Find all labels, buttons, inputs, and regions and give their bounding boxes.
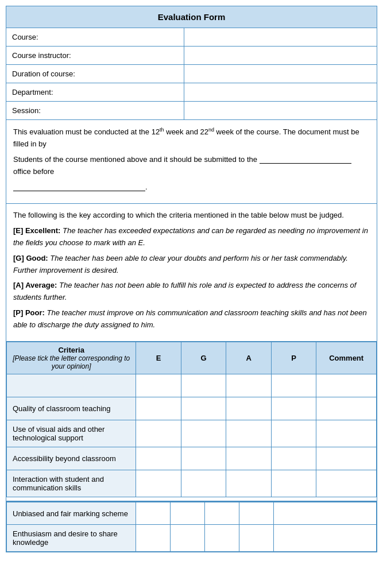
data-cell-a-enthusiasm[interactable] [205, 525, 239, 552]
data-cell-e-enthusiasm[interactable] [136, 525, 171, 552]
data-cell-e-marking[interactable] [136, 502, 171, 525]
criteria-blank-row [7, 374, 136, 397]
data-cell-g-marking[interactable] [171, 502, 205, 525]
comment-cell-blank[interactable] [316, 374, 377, 397]
department-value[interactable] [184, 83, 377, 101]
info-fields: Course: Course instructor: Duration of c… [6, 28, 377, 120]
session-value[interactable] [184, 102, 377, 119]
data-cell-a-marking[interactable] [205, 502, 239, 525]
table-row: Unbiased and fair marking scheme [7, 502, 377, 525]
blank-date [13, 191, 145, 191]
criteria-marking: Unbiased and fair marking scheme [7, 502, 136, 525]
data-cell-g-access[interactable] [181, 447, 226, 470]
data-cell-e-quality[interactable] [136, 397, 181, 420]
col-header-g: G [181, 342, 226, 374]
table-row: Interaction with student and communicati… [7, 470, 377, 497]
instructor-label: Course instructor: [6, 47, 184, 64]
criteria-accessibility: Accessibility beyond classroom [7, 447, 136, 470]
col-header-comment: Comment [316, 342, 377, 374]
data-cell-p-visual[interactable] [271, 420, 316, 447]
data-cell-a-blank[interactable] [226, 374, 271, 397]
data-cell-p-interaction[interactable] [271, 470, 316, 497]
comment-cell-interaction[interactable] [316, 470, 377, 497]
data-cell-p-access[interactable] [271, 447, 316, 470]
key-a-text: The teacher has not been able to fulfill… [13, 281, 356, 301]
key-poor: [P] Poor: The teacher must improve on hi… [13, 307, 370, 331]
data-cell-a-quality[interactable] [226, 397, 271, 420]
session-row: Session: [6, 102, 377, 120]
key-title: The following is the key according to wh… [13, 210, 370, 222]
criteria-interaction: Interaction with student and communicati… [7, 470, 136, 497]
criteria-quality: Quality of classroom teaching [7, 397, 136, 420]
comment-cell-visual[interactable] [316, 420, 377, 447]
col-header-criteria: Criteria [Please tick the letter corresp… [7, 342, 136, 374]
instruction-line1: This evaluation must be conducted at the… [13, 126, 370, 150]
key-g-text: The teacher has been able to clear your … [13, 254, 348, 274]
data-cell-a-access[interactable] [226, 447, 271, 470]
key-g-code: [G] Good: [13, 254, 48, 262]
session-label: Session: [6, 102, 184, 119]
criteria-table-section2: Unbiased and fair marking scheme Enthusi… [6, 501, 377, 552]
key-p-code: [P] Poor: [13, 308, 45, 317]
data-cell-e-visual[interactable] [136, 420, 181, 447]
col-criteria-label: Criteria [9, 346, 133, 354]
duration-value[interactable] [184, 65, 377, 83]
department-label: Department: [6, 83, 184, 101]
course-label: Course: [6, 28, 184, 46]
course-row: Course: [6, 28, 377, 47]
key-average: [A] Average: The teacher has not been ab… [13, 280, 370, 304]
key-e-code: [E] Excellent: [13, 226, 60, 235]
data-cell-e-access[interactable] [136, 447, 181, 470]
key-excellent: [E] Excellent: The teacher has exceeded … [13, 225, 370, 249]
evaluation-form: Evaluation Form Course: Course instructo… [6, 6, 377, 552]
criteria-visual-aids: Use of visual aids and other technologic… [7, 420, 136, 447]
data-cell-g-enthusiasm[interactable] [171, 525, 205, 552]
form-title: Evaluation Form [6, 6, 377, 28]
duration-label: Duration of course: [6, 65, 184, 83]
table-row: Accessibility beyond classroom [7, 447, 377, 470]
comment-cell-enthusiasm[interactable] [274, 525, 377, 552]
key-e-text: The teacher has exceeded expectations an… [13, 226, 368, 247]
duration-row: Duration of course: [6, 65, 377, 83]
data-cell-p-marking[interactable] [239, 502, 274, 525]
key-p-text: The teacher must improve on his communic… [13, 308, 367, 329]
col-criteria-sub: [Please tick the letter corresponding to… [9, 354, 133, 370]
col-header-e: E [136, 342, 181, 374]
course-value[interactable] [184, 28, 377, 46]
comment-cell-quality[interactable] [316, 397, 377, 420]
comment-cell-access[interactable] [316, 447, 377, 470]
criteria-table-section1: Criteria [Please tick the letter corresp… [6, 342, 377, 497]
table-row: Quality of classroom teaching [7, 397, 377, 420]
table-row [7, 374, 377, 397]
data-cell-p-blank[interactable] [271, 374, 316, 397]
criteria-enthusiasm: Enthusiasm and desire to share knowledge [7, 525, 136, 552]
instructor-row: Course instructor: [6, 47, 377, 65]
data-cell-a-visual[interactable] [226, 420, 271, 447]
instruction-line2: Students of the course mentioned above a… [13, 154, 370, 178]
key-a-code: [A] Average: [13, 281, 57, 289]
col-header-a: A [226, 342, 271, 374]
data-cell-a-interaction[interactable] [226, 470, 271, 497]
key-block: The following is the key according to wh… [6, 204, 377, 342]
instructions-block: This evaluation must be conducted at the… [6, 120, 377, 204]
data-cell-g-interaction[interactable] [181, 470, 226, 497]
department-row: Department: [6, 83, 377, 102]
col-header-p: P [271, 342, 316, 374]
data-cell-e-blank[interactable] [136, 374, 181, 397]
instruction-line3: . [13, 181, 370, 194]
data-cell-g-quality[interactable] [181, 397, 226, 420]
table-row: Use of visual aids and other technologic… [7, 420, 377, 447]
table-row: Enthusiasm and desire to share knowledge [7, 525, 377, 552]
data-cell-p-quality[interactable] [271, 397, 316, 420]
key-good: [G] Good: The teacher has been able to c… [13, 253, 370, 277]
data-cell-g-visual[interactable] [181, 420, 226, 447]
data-cell-e-interaction[interactable] [136, 470, 181, 497]
data-cell-g-blank[interactable] [181, 374, 226, 397]
blank-office [260, 163, 351, 164]
comment-cell-marking[interactable] [274, 502, 377, 525]
instructor-value[interactable] [184, 47, 377, 64]
data-cell-p-enthusiasm[interactable] [239, 525, 274, 552]
